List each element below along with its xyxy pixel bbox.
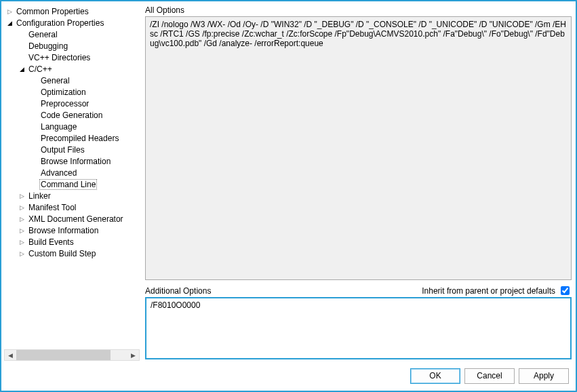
tree-label: Optimization bbox=[39, 87, 87, 97]
expander-icon[interactable]: ▷ bbox=[5, 8, 14, 15]
tree-browse-information[interactable]: ▷ Browse Information bbox=[4, 224, 140, 236]
tree-label: General bbox=[27, 30, 59, 39]
tree-label: VC++ Directories bbox=[27, 53, 92, 62]
expander-icon[interactable]: ▷ bbox=[18, 204, 26, 211]
tree-label: Debugging bbox=[27, 41, 69, 51]
tree-panel: ▷ Common Properties ◢ Configuration Prop… bbox=[4, 4, 140, 361]
tree-debugging[interactable]: Debugging bbox=[4, 40, 140, 52]
scroll-track[interactable] bbox=[16, 350, 127, 360]
tree-cc-command-line[interactable]: Command Line bbox=[4, 178, 140, 190]
configuration-tree[interactable]: ▷ Common Properties ◢ Configuration Prop… bbox=[4, 4, 140, 349]
inherit-defaults-text: Inherit from parent or project defaults bbox=[422, 286, 555, 296]
all-options-box: /ZI /nologo /W3 /WX- /Od /Oy- /D "WIN32"… bbox=[145, 16, 572, 280]
expander-icon[interactable]: ▷ bbox=[18, 250, 26, 257]
apply-button[interactable]: Apply bbox=[519, 368, 569, 384]
scroll-right-icon[interactable]: ▶ bbox=[127, 350, 139, 360]
expander-icon[interactable]: ▷ bbox=[18, 193, 26, 199]
cancel-button[interactable]: Cancel bbox=[464, 368, 515, 384]
tree-label: Output Files bbox=[39, 145, 86, 155]
tree-general[interactable]: General bbox=[4, 28, 140, 40]
tree-xml-document-generator[interactable]: ▷ XML Document Generator bbox=[4, 213, 140, 224]
main-area: ▷ Common Properties ◢ Configuration Prop… bbox=[1, 1, 576, 361]
tree-label: Browse Information bbox=[27, 226, 100, 235]
tree-cc-optimization[interactable]: Optimization bbox=[4, 86, 140, 98]
tree-vc-directories[interactable]: VC++ Directories bbox=[4, 52, 140, 63]
tree-label: Code Generation bbox=[39, 111, 104, 120]
additional-options-label: Additional Options bbox=[145, 285, 211, 297]
expander-icon[interactable]: ▷ bbox=[18, 239, 26, 246]
tree-label: Manifest Tool bbox=[27, 203, 77, 212]
tree-label: Configuration Properties bbox=[15, 18, 105, 28]
expander-icon[interactable]: ◢ bbox=[18, 66, 26, 73]
tree-label: Common Properties bbox=[15, 7, 90, 16]
tree-cc-output-files[interactable]: Output Files bbox=[4, 144, 140, 155]
tree-label: Language bbox=[39, 122, 78, 132]
additional-options-input[interactable]: /F8010O0000 bbox=[145, 297, 572, 359]
scroll-left-icon[interactable]: ◀ bbox=[5, 350, 16, 360]
tree-common-properties[interactable]: ▷ Common Properties bbox=[4, 5, 140, 17]
dialog-button-row: OK Cancel Apply bbox=[1, 361, 576, 391]
inherit-defaults-checkbox[interactable] bbox=[561, 286, 570, 295]
property-pages-window: ▷ Common Properties ◢ Configuration Prop… bbox=[0, 0, 577, 392]
tree-label: Precompiled Headers bbox=[39, 134, 120, 143]
tree-horizontal-scrollbar[interactable]: ◀ ▶ bbox=[4, 349, 140, 361]
tree-label: Preprocessor bbox=[39, 99, 90, 109]
tree-label: Build Events bbox=[27, 237, 75, 247]
tree-build-events[interactable]: ▷ Build Events bbox=[4, 236, 140, 248]
tree-cc-browse-information[interactable]: Browse Information bbox=[4, 155, 140, 167]
tree-manifest-tool[interactable]: ▷ Manifest Tool bbox=[4, 201, 140, 213]
tree-label: General bbox=[39, 76, 71, 85]
tree-label: Custom Build Step bbox=[27, 249, 97, 258]
inherit-defaults-label[interactable]: Inherit from parent or project defaults bbox=[422, 284, 572, 297]
tree-configuration-properties[interactable]: ◢ Configuration Properties bbox=[4, 17, 140, 28]
tree-label: Browse Information bbox=[39, 157, 112, 166]
tree-cc-general[interactable]: General bbox=[4, 75, 140, 86]
right-panel: All Options /ZI /nologo /W3 /WX- /Od /Oy… bbox=[145, 4, 572, 361]
expander-icon[interactable]: ▷ bbox=[18, 216, 26, 222]
ok-button[interactable]: OK bbox=[410, 368, 460, 384]
tree-label: Advanced bbox=[39, 168, 78, 178]
tree-cc-preprocessor[interactable]: Preprocessor bbox=[4, 98, 140, 109]
expander-icon[interactable]: ◢ bbox=[5, 20, 14, 26]
tree-label: Command Line bbox=[39, 179, 97, 190]
tree-cc-advanced[interactable]: Advanced bbox=[4, 167, 140, 178]
tree-custom-build-step[interactable]: ▷ Custom Build Step bbox=[4, 248, 140, 259]
scroll-thumb[interactable] bbox=[16, 350, 111, 360]
tree-cc-precompiled-headers[interactable]: Precompiled Headers bbox=[4, 132, 140, 144]
all-options-label: All Options bbox=[145, 4, 572, 16]
tree-cc-language[interactable]: Language bbox=[4, 121, 140, 132]
tree-c-cpp[interactable]: ◢ C/C++ bbox=[4, 63, 140, 75]
expander-icon[interactable]: ▷ bbox=[18, 227, 26, 234]
tree-label: C/C++ bbox=[27, 64, 54, 74]
tree-cc-code-generation[interactable]: Code Generation bbox=[4, 109, 140, 121]
tree-label: XML Document Generator bbox=[27, 214, 125, 224]
tree-label: Linker bbox=[27, 191, 52, 201]
tree-linker[interactable]: ▷ Linker bbox=[4, 190, 140, 201]
